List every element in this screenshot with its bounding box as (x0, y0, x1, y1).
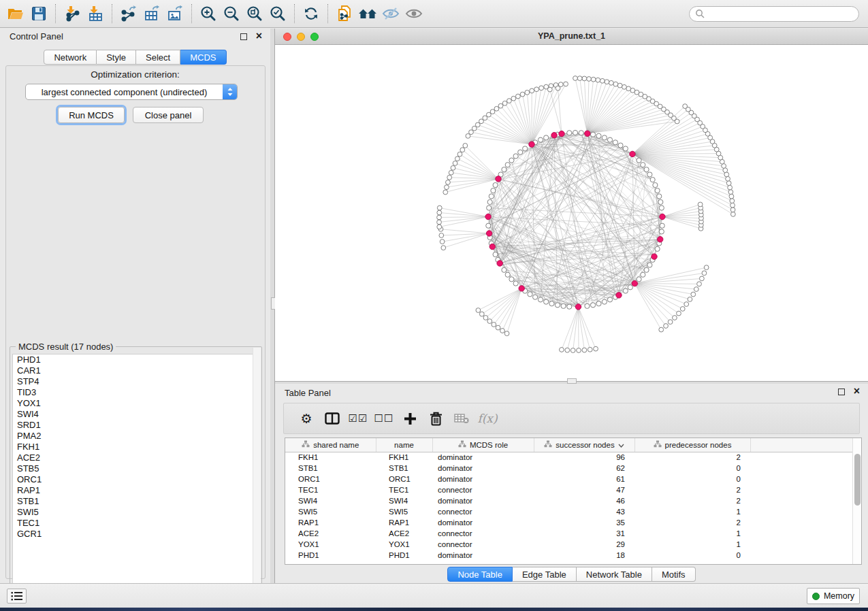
search-box[interactable] (689, 6, 859, 22)
cell: 0 (634, 463, 750, 474)
column-header-mcds-role[interactable]: MCDS role (432, 438, 534, 452)
export-network-button[interactable] (117, 2, 140, 25)
result-node-item[interactable]: SWI4 (13, 409, 259, 420)
export-image-button[interactable] (163, 2, 187, 25)
save-session-button[interactable] (27, 2, 50, 25)
close-panel-button[interactable]: Close panel (133, 107, 204, 123)
delete-columns-icon[interactable] (423, 406, 449, 431)
column-header-shared-name[interactable]: shared name (285, 438, 376, 452)
table-scrollbar[interactable] (852, 438, 861, 564)
table-row[interactable]: PHD1PHD1dominator180 (285, 550, 853, 561)
result-node-item[interactable]: SRD1 (13, 420, 259, 431)
function-builder-icon: f(x) (475, 406, 500, 431)
table-row[interactable]: SWI4SWI4dominator462 (285, 495, 853, 506)
column-header-name[interactable]: name (376, 438, 432, 452)
tab-mcds[interactable]: MCDS (180, 50, 226, 65)
zoom-out-button[interactable] (220, 2, 243, 25)
tab-motifs[interactable]: Motifs (652, 567, 696, 582)
column-type-icon (654, 440, 662, 449)
show-columns-icon[interactable] (319, 406, 345, 431)
deselect-all-columns-icon[interactable]: ☐☐ (371, 406, 397, 431)
result-node-item[interactable]: PHD1 (13, 354, 259, 365)
cell: FKH1 (376, 452, 432, 463)
run-mcds-button[interactable]: Run MCDS (58, 107, 125, 123)
result-node-item[interactable]: GCR1 (13, 529, 259, 540)
network-window-title: YPA_prune.txt_1 (275, 31, 868, 41)
table-row[interactable]: STB1STB1dominator620 (285, 463, 853, 474)
cell: 46 (534, 495, 634, 506)
add-column-icon[interactable] (397, 406, 423, 431)
column-label: name (394, 441, 414, 449)
memory-status-icon (812, 593, 820, 600)
result-node-item[interactable]: TID3 (13, 387, 259, 398)
column-header-predecessor-nodes[interactable]: predecessor nodes (634, 438, 750, 452)
duplicate-network-button[interactable] (333, 2, 356, 25)
hide-selected-icon[interactable] (379, 2, 402, 25)
table-row[interactable]: FKH1FKH1dominator962 (285, 452, 853, 463)
result-node-item[interactable]: ACE2 (13, 452, 259, 463)
mcds-result-list[interactable]: PHD1CAR1STP4TID3YOX1SWI4SRD1PMA2FKH1ACE2… (12, 354, 260, 597)
export-table-button[interactable] (140, 2, 163, 25)
zoom-selected-button[interactable] (266, 2, 289, 25)
import-table-button[interactable] (84, 2, 107, 25)
result-node-item[interactable]: CAR1 (13, 365, 259, 376)
result-node-item[interactable]: STB1 (13, 496, 259, 507)
result-node-item[interactable]: YOX1 (13, 398, 259, 409)
refresh-button[interactable] (300, 2, 323, 25)
close-table-panel-icon[interactable]: × (854, 385, 860, 397)
column-header-successor-nodes[interactable]: successor nodes (534, 438, 634, 452)
search-input[interactable] (705, 10, 848, 19)
memory-button[interactable]: Memory (807, 588, 860, 604)
close-panel-icon[interactable]: × (256, 30, 262, 42)
cell: connector (432, 484, 534, 495)
table-row[interactable]: SWI5SWI5connector431 (285, 506, 853, 517)
cell: 2 (634, 452, 750, 463)
result-node-item[interactable]: SWI5 (13, 507, 259, 518)
result-list-scrollbar[interactable] (253, 348, 261, 590)
tab-select[interactable]: Select (136, 50, 180, 65)
table-panel: Table Panel × ⚙ ☑☑ ☐☐ f(x) shared namena… (275, 384, 868, 583)
result-node-item[interactable]: RAP1 (13, 485, 259, 496)
column-label: shared name (313, 441, 359, 449)
cell: 35 (534, 517, 634, 528)
open-session-button[interactable] (4, 2, 27, 25)
table-row[interactable]: ORC1ORC1dominator610 (285, 474, 853, 484)
tab-network-table[interactable]: Network Table (577, 567, 652, 582)
table-header-row: shared namenameMCDS rolesuccessor nodesp… (285, 438, 853, 452)
result-node-item[interactable]: ORC1 (13, 474, 259, 485)
tab-style[interactable]: Style (97, 50, 136, 65)
table-row[interactable]: YOX1YOX1connector291 (285, 539, 853, 550)
result-node-item[interactable]: FKH1 (13, 442, 259, 452)
float-table-panel-icon[interactable] (838, 389, 845, 395)
result-node-item[interactable]: TEC1 (13, 518, 259, 529)
table-mode-gear-icon[interactable]: ⚙ (293, 406, 319, 431)
memory-label: Memory (824, 591, 854, 601)
network-canvas[interactable] (275, 45, 868, 381)
task-history-button[interactable] (7, 589, 27, 604)
network-window-titlebar[interactable]: YPA_prune.txt_1 (275, 29, 868, 45)
table-scrollbar-thumb[interactable] (854, 454, 861, 506)
first-neighbors-button[interactable] (356, 2, 379, 25)
column-label: MCDS role (470, 441, 508, 449)
result-node-item[interactable]: STB5 (13, 463, 259, 474)
sort-arrow-icon[interactable] (618, 441, 624, 449)
cell: 29 (534, 539, 634, 550)
criterion-select[interactable]: largest connected component (undirected) (25, 84, 238, 100)
show-all-icon[interactable] (402, 2, 425, 25)
result-node-item[interactable]: STP4 (13, 376, 259, 387)
toolbar-separator (294, 4, 295, 23)
select-all-columns-icon[interactable]: ☑☑ (345, 406, 371, 431)
table-row[interactable]: RAP1RAP1dominator352 (285, 517, 853, 528)
tab-node-table[interactable]: Node Table (447, 567, 513, 582)
float-panel-icon[interactable] (240, 33, 247, 40)
cell: PHD1 (376, 550, 432, 561)
import-network-button[interactable] (61, 2, 84, 25)
result-node-item[interactable]: PMA2 (13, 431, 259, 442)
table-row[interactable]: TEC1TEC1connector472 (285, 484, 853, 495)
zoom-fit-button[interactable] (243, 2, 266, 25)
zoom-in-button[interactable] (197, 2, 220, 25)
tab-edge-table[interactable]: Edge Table (513, 567, 577, 582)
table-row[interactable]: ACE2ACE2connector311 (285, 528, 853, 539)
tab-network[interactable]: Network (44, 50, 97, 65)
horizontal-splitter-grip[interactable] (567, 378, 577, 384)
